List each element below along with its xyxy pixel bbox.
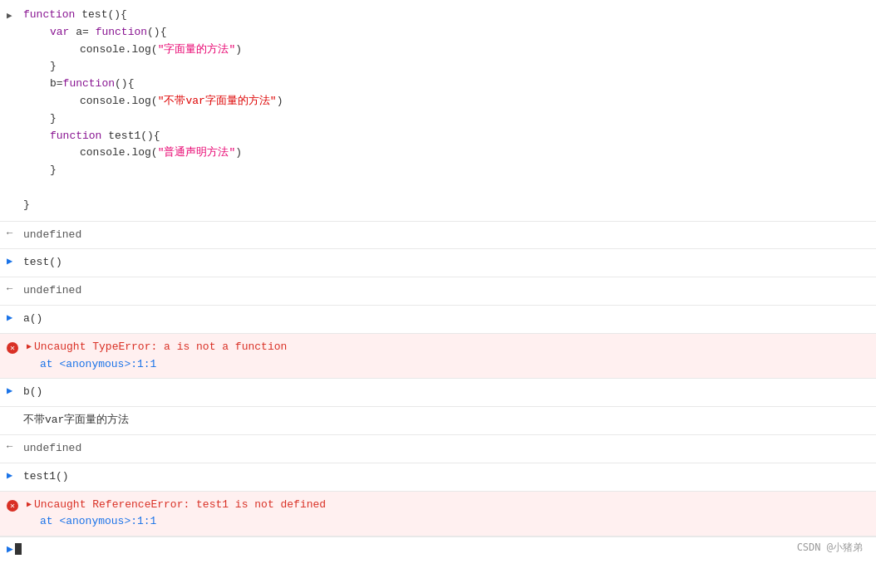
watermark: CSDN @小猪弟 — [797, 541, 863, 555]
output-prefix-1: ← — [0, 225, 23, 241]
error-row-1: ✕ ▶ Uncaught TypeError: a is not a funct… — [0, 334, 876, 380]
input-prefix-3: ▶ — [0, 382, 23, 399]
code-line-blank — [0, 179, 876, 197]
log-content-1: 不带var字面量的方法 — [23, 410, 876, 431]
error-icon-2: ✕ — [7, 500, 18, 512]
keyword-function: function — [23, 7, 75, 24]
error-main-text-1: Uncaught TypeError: a is not a function — [34, 339, 287, 356]
b-assign: b= — [50, 76, 63, 93]
code-line-10: } — [0, 162, 876, 179]
output-content-1: undefined — [23, 225, 876, 246]
input-row-3: ▶ b() — [0, 379, 876, 407]
input-caret-icon: ▶ — [7, 542, 13, 556]
input-prefix-4: ▶ — [0, 467, 23, 483]
paren-open: (){ — [107, 7, 126, 24]
console-container: ▶ function test(){ var a= function(){ co… — [0, 0, 876, 560]
output-prefix-2: ← — [0, 281, 23, 296]
error-location-1: at <anonymous>:1:1 — [40, 356, 876, 374]
error-main-text-2: Uncaught ReferenceError: test1 is not de… — [34, 497, 326, 514]
error-first-line-2: ▶ Uncaught ReferenceError: test1 is not … — [27, 497, 876, 514]
error-row-2: ✕ ▶ Uncaught ReferenceError: test1 is no… — [0, 492, 876, 537]
undefined-text-2: undefined — [23, 284, 81, 296]
console-log-3: console.log( — [80, 145, 158, 162]
error-expand-icon-1[interactable]: ▶ — [27, 341, 32, 354]
input-prefix-1: ▶ — [0, 252, 23, 269]
keyword-function2: function — [96, 24, 147, 42]
console-log-2: console.log( — [80, 93, 158, 110]
output-content-2: undefined — [23, 281, 876, 301]
expand-arrow-icon[interactable]: ▶ — [7, 10, 12, 21]
input-text-1: test() — [23, 256, 62, 268]
string-3: "普通声明方法" — [158, 145, 236, 162]
close-paren-1: ) — [235, 42, 242, 59]
error-prefix-2: ✕ — [0, 495, 27, 513]
code-line-8: function test1(){ — [0, 128, 876, 145]
output-row-3: ← undefined — [0, 435, 876, 463]
undefined-text-3: undefined — [23, 442, 81, 454]
output-content-3: undefined — [23, 439, 876, 459]
input-prefix-2: ▶ — [0, 309, 23, 326]
paren3: (){ — [115, 76, 134, 93]
error-icon-1: ✕ — [7, 342, 18, 354]
brace-close-3: } — [50, 162, 57, 179]
input-row-2: ▶ a() — [0, 306, 876, 334]
code-line-2: var a= function(){ — [0, 24, 876, 42]
error-location-2: at <anonymous>:1:1 — [40, 513, 876, 531]
code-line-1: function test(){ — [0, 7, 876, 24]
string-2: "不带var字面量的方法" — [158, 93, 277, 110]
input-content-4: test1() — [23, 467, 876, 488]
keyword-function4: function — [50, 128, 101, 145]
input-text-3: b() — [23, 385, 42, 398]
error-first-line-1: ▶ Uncaught TypeError: a is not a functio… — [27, 339, 876, 356]
keyword-var: var — [50, 24, 69, 42]
input-text-4: test1() — [23, 470, 69, 483]
input-content-3: b() — [23, 382, 876, 403]
output-row-2: ← undefined — [0, 277, 876, 306]
fn-test1-name: test1 — [108, 128, 140, 145]
brace-close-outer: } — [23, 197, 30, 214]
input-row-1: ▶ test() — [0, 249, 876, 277]
undefined-text-1: undefined — [23, 228, 81, 241]
output-row-1: ← undefined — [0, 222, 876, 250]
error-prefix-1: ✕ — [0, 337, 27, 355]
cursor-icon — [15, 543, 22, 555]
log-prefix-1 — [0, 410, 23, 414]
console-input-bar[interactable]: ▶ CSDN @小猪弟 — [0, 537, 876, 560]
code-block: ▶ function test(){ var a= function(){ co… — [0, 0, 876, 222]
var-a: a= — [76, 24, 89, 42]
brace-close-1: } — [50, 58, 57, 76]
input-content-2: a() — [23, 309, 876, 330]
output-prefix-3: ← — [0, 439, 23, 454]
code-line-9: console.log("普通声明方法") — [0, 145, 876, 162]
error-content-1: ▶ Uncaught TypeError: a is not a functio… — [27, 337, 876, 375]
string-1: "字面量的方法" — [158, 42, 236, 59]
code-line-5: b=function(){ — [0, 76, 876, 93]
console-log-1: console.log( — [80, 42, 158, 59]
code-line-3: console.log("字面量的方法") — [0, 42, 876, 59]
keyword-function3: function — [63, 76, 115, 93]
paren4: (){ — [140, 128, 160, 145]
fn-test-name: test — [81, 7, 107, 24]
input-row-4: ▶ test1() — [0, 463, 876, 492]
log-row-1: 不带var字面量的方法 — [0, 407, 876, 435]
brace-close-2: } — [50, 110, 57, 128]
error-expand-icon-2[interactable]: ▶ — [27, 498, 32, 512]
code-line-7: } — [0, 110, 876, 128]
paren2: (){ — [147, 24, 166, 42]
close-paren-2: ) — [277, 93, 283, 110]
code-line-12: } — [0, 197, 876, 214]
input-text-2: a() — [23, 312, 42, 325]
input-content-1: test() — [23, 252, 876, 273]
code-line-4: } — [0, 58, 876, 76]
code-line-6: console.log("不带var字面量的方法") — [0, 93, 876, 110]
error-content-2: ▶ Uncaught ReferenceError: test1 is not … — [27, 495, 876, 533]
close-paren-3: ) — [235, 145, 242, 162]
log-text-1: 不带var字面量的方法 — [23, 414, 129, 426]
